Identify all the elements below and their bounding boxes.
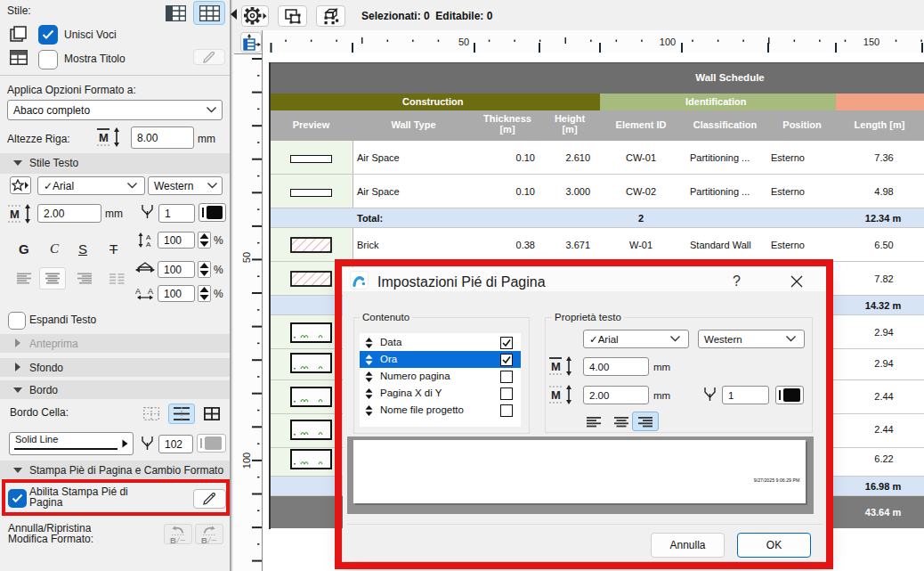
svg-text:50: 50 — [241, 252, 252, 263]
svg-text:A: A — [146, 241, 151, 248]
svg-text:B: B — [170, 535, 176, 544]
svg-text:–: – — [212, 534, 217, 543]
svg-text:M: M — [99, 131, 109, 144]
svg-text:100: 100 — [241, 453, 252, 469]
svg-text:A: A — [135, 287, 141, 296]
svg-text:B: B — [201, 535, 207, 544]
svg-text:M: M — [10, 208, 20, 221]
svg-text:50: 50 — [458, 37, 469, 47]
svg-text:A: A — [148, 287, 153, 296]
svg-text:100: 100 — [660, 37, 676, 47]
svg-text:–: – — [181, 534, 186, 543]
svg-text:150: 150 — [863, 37, 879, 47]
